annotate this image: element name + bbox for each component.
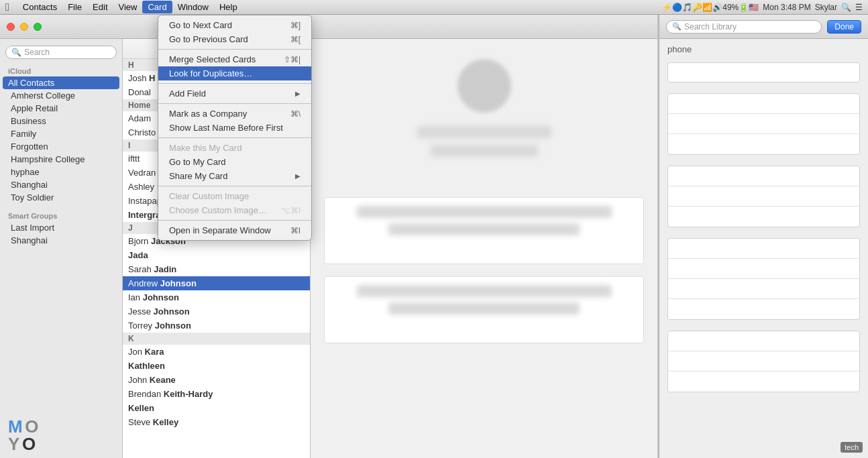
menu-clear-image: Clear Custom Image (158, 189, 311, 203)
contact-row-jada[interactable]: Jada (123, 248, 310, 262)
menu-add-field-label: Add Field (169, 89, 206, 99)
right-panel-row-12[interactable] (668, 351, 859, 371)
menu-mark-company[interactable]: Mark as a Company ⌘\ (158, 107, 311, 121)
sidebar-item-hyphae[interactable]: hyphae (0, 166, 122, 178)
title-bar (0, 15, 657, 39)
menubar-help[interactable]: Help (214, 1, 243, 13)
minimize-button[interactable] (20, 23, 28, 31)
menu-clear-image-label: Clear Custom Image (169, 191, 249, 201)
menu-open-separate-shortcut: ⌘I (290, 226, 301, 235)
sidebar-item-toy-soldier[interactable]: Toy Soldier (0, 191, 122, 204)
sidebar-item-shanghai-smart[interactable]: Shanghai (0, 234, 122, 247)
right-panel-row-4[interactable] (668, 166, 859, 186)
contact-row-steve-kelley[interactable]: Steve Kelley (123, 415, 310, 429)
sidebar-item-forgotten[interactable]: Forgotten (0, 140, 122, 153)
section-k: K (123, 333, 310, 345)
sidebar-item-hampshire[interactable]: Hampshire College (0, 153, 122, 166)
menu-show-last-name[interactable]: Show Last Name Before First (158, 121, 311, 135)
menu-go-next-shortcut: ⌘] (290, 21, 301, 30)
contact-name-blurred (417, 126, 551, 138)
sidebar-item-amherst[interactable]: Amherst College (0, 89, 122, 102)
sidebar-item-last-import[interactable]: Last Import (0, 221, 122, 234)
search-icon[interactable]: 🔍 (841, 3, 851, 12)
menu-sep-6 (158, 220, 311, 221)
menu-icon[interactable]: ☰ (855, 3, 863, 12)
menu-go-prev-label: Go to Previous Card (169, 34, 248, 44)
menubar-edit[interactable]: Edit (87, 1, 113, 13)
right-panel-field-1[interactable] (667, 62, 860, 82)
menu-go-prev-card[interactable]: Go to Previous Card ⌘[ (158, 32, 311, 46)
app-window: 🔍 Search iCloud All Contacts Amherst Col… (0, 15, 657, 458)
menu-merge-cards[interactable]: Merge Selected Cards ⇧⌘| (158, 52, 311, 66)
contact-row-kellen[interactable]: Kellen (123, 401, 310, 415)
contact-row-brendan-keith-hardy[interactable]: Brendan Keith-Hardy (123, 387, 310, 401)
sidebar-item-apple-retail[interactable]: Apple Retail (0, 102, 122, 115)
contact-avatar (457, 59, 511, 113)
menubar-time: Mon 3:48 PM (763, 3, 810, 12)
sidebar-item-family[interactable]: Family (0, 127, 122, 140)
right-panel-row-10[interactable] (668, 299, 859, 319)
menu-open-separate-label: Open in Separate Window (169, 225, 271, 235)
right-panel-section-2 (667, 166, 860, 227)
right-panel-row-2[interactable] (668, 114, 859, 134)
menubar-card[interactable]: Card (142, 1, 172, 13)
menubar-file[interactable]: File (62, 1, 87, 13)
search-icon: 🔍 (672, 22, 682, 31)
right-panel-row-6[interactable] (668, 207, 859, 227)
menu-make-my-card: Make this My Card (158, 141, 311, 155)
contact-row-sarah-jadin[interactable]: Sarah Jadin (123, 262, 310, 276)
menu-open-separate[interactable]: Open in Separate Window ⌘I (158, 223, 311, 237)
menu-go-my-card[interactable]: Go to My Card (158, 155, 311, 169)
menu-go-my-card-label: Go to My Card (169, 157, 226, 167)
library-search-bar[interactable]: 🔍 Search Library (666, 20, 822, 34)
apple-menu[interactable]:  (5, 1, 9, 13)
menubar-right: ⚡🔵🎵🔑📶🔊49%🔋🇺🇸 Mon 3:48 PM Skylar 🔍 ☰ (662, 3, 863, 12)
contact-row-kathleen[interactable]: Kathleen (123, 359, 310, 373)
menu-add-field[interactable]: Add Field ▶ (158, 87, 311, 101)
sidebar-item-business[interactable]: Business (0, 115, 122, 127)
sidebar-item-all-contacts[interactable]: All Contacts (3, 76, 119, 89)
menu-share-my-card[interactable]: Share My Card ▶ (158, 169, 311, 183)
right-panel-row-3[interactable] (668, 134, 859, 154)
contact-row-jesse-johnson[interactable]: Jesse Johnson (123, 304, 310, 319)
search-placeholder: Search Library (684, 22, 737, 32)
menubar-window[interactable]: Window (172, 1, 214, 13)
right-panel-section-1 (667, 93, 860, 155)
right-panel: 🔍 Search Library Done phone tech (659, 15, 868, 458)
menu-choose-image-shortcut: ⌥⌘I (281, 206, 301, 215)
right-panel-row-13[interactable] (668, 371, 859, 392)
moyo-logo: M O Y O (8, 404, 123, 453)
search-icon: 🔍 (11, 48, 21, 57)
menubar-user: Skylar (815, 3, 837, 12)
right-panel-row-1[interactable] (668, 94, 859, 114)
contact-fields-section (324, 197, 644, 264)
share-my-card-arrow-icon: ▶ (295, 172, 301, 180)
right-panel-row-7[interactable] (668, 239, 859, 259)
sidebar-search[interactable]: 🔍 Search (5, 46, 117, 59)
close-button[interactable] (7, 23, 15, 31)
add-field-arrow-icon: ▶ (295, 90, 301, 97)
sidebar-item-shanghai[interactable]: Shanghai (0, 178, 122, 191)
menubar-contacts[interactable]: Contacts (17, 1, 62, 13)
maximize-button[interactable] (34, 23, 42, 31)
menu-sep-1 (158, 49, 311, 50)
detail-panel (311, 39, 657, 458)
contact-row-ian-johnson[interactable]: Ian Johnson (123, 290, 310, 304)
menubar-view[interactable]: View (113, 1, 143, 13)
right-panel-row-9[interactable] (668, 279, 859, 299)
card-dropdown-menu: Go to Next Card ⌘] Go to Previous Card ⌘… (158, 15, 312, 241)
menu-go-prev-shortcut: ⌘[ (290, 35, 301, 44)
menu-go-next-card[interactable]: Go to Next Card ⌘] (158, 18, 311, 32)
done-button[interactable]: Done (827, 20, 861, 34)
contact-fields-section2 (324, 276, 644, 343)
contact-row-torrey-johnson[interactable]: Torrey Johnson (123, 319, 310, 333)
menu-look-duplicates[interactable]: Look for Duplicates… (158, 66, 311, 80)
right-panel-row-5[interactable] (668, 186, 859, 207)
contact-row-jon-kara[interactable]: Jon Kara (123, 345, 310, 359)
contact-row-john-keane[interactable]: John Keane (123, 373, 310, 387)
contact-row-andrew-johnson[interactable]: Andrew Johnson (123, 276, 310, 290)
right-panel-row-11[interactable] (668, 331, 859, 351)
right-panel-row-8[interactable] (668, 259, 859, 279)
menu-sep-3 (158, 103, 311, 104)
menu-go-next-label: Go to Next Card (169, 20, 232, 30)
